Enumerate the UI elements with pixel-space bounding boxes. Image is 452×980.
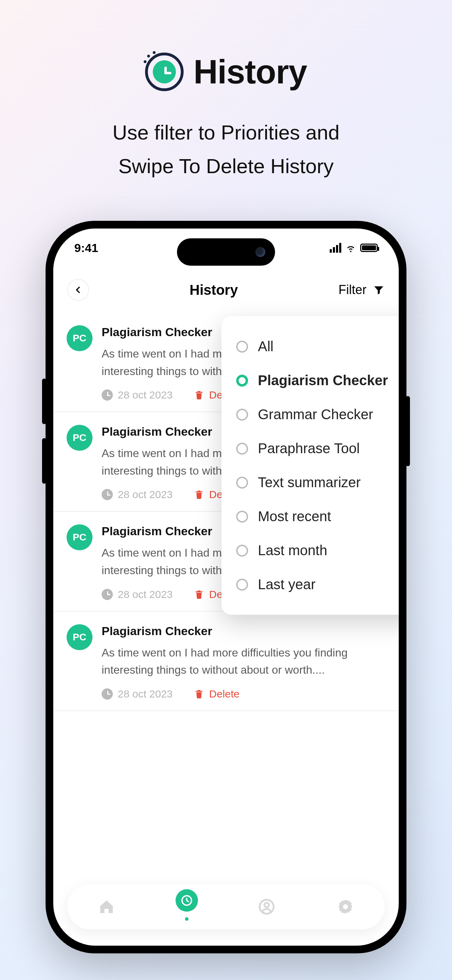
filter-icon xyxy=(373,284,385,296)
row-text: As time went on I had more difficulties … xyxy=(102,644,385,679)
row-avatar: PC xyxy=(67,524,92,550)
trash-icon xyxy=(194,489,204,500)
bottom-nav xyxy=(67,884,385,929)
filter-option[interactable]: All xyxy=(236,329,399,363)
page-title: History xyxy=(189,282,238,298)
svg-point-2 xyxy=(264,903,269,907)
radio-icon xyxy=(236,511,248,523)
radio-icon xyxy=(236,341,248,353)
screen: 9:41 History Filter PCPlagia xyxy=(53,229,399,946)
battery-icon xyxy=(360,243,378,252)
clock-icon xyxy=(102,688,113,700)
app-bar: History Filter xyxy=(53,274,399,305)
row-date: 28 oct 2023 xyxy=(102,589,173,600)
filter-option[interactable]: Text summarizer xyxy=(236,466,399,500)
history-row[interactable]: PCPlagiarism CheckerAs time went on I ha… xyxy=(53,612,399,711)
delete-button[interactable]: Delete xyxy=(194,688,240,700)
wifi-icon xyxy=(345,243,356,253)
filter-option-label: Grammar Checker xyxy=(258,407,373,422)
filter-option[interactable]: Paraphrase Tool xyxy=(236,431,399,466)
trash-icon xyxy=(194,589,204,600)
row-avatar: PC xyxy=(67,425,92,451)
filter-option-label: Plagiarism Checker xyxy=(258,372,388,388)
filter-option-label: All xyxy=(258,339,273,354)
row-title: Plagiarism Checker xyxy=(102,624,385,638)
row-date: 28 oct 2023 xyxy=(102,488,173,501)
row-avatar: PC xyxy=(67,325,92,351)
filter-dropdown[interactable]: AllPlagiarism CheckerGrammar CheckerPara… xyxy=(221,316,399,615)
clock-icon xyxy=(102,489,113,500)
dynamic-island xyxy=(177,238,275,266)
radio-icon xyxy=(236,579,248,590)
nav-profile[interactable] xyxy=(257,897,277,916)
radio-icon xyxy=(236,477,248,488)
filter-option-label: Paraphrase Tool xyxy=(258,441,360,457)
svg-point-3 xyxy=(343,904,348,909)
back-button[interactable] xyxy=(67,279,89,301)
row-date: 28 oct 2023 xyxy=(102,389,173,401)
radio-icon xyxy=(236,545,248,557)
radio-icon xyxy=(236,409,248,421)
filter-option[interactable]: Grammar Checker xyxy=(236,398,399,431)
filter-option[interactable]: Plagiarism Checker xyxy=(236,363,399,398)
radio-icon xyxy=(236,375,248,387)
marketing-title: History xyxy=(193,52,307,91)
row-date: 28 oct 2023 xyxy=(102,688,173,700)
filter-label: Filter xyxy=(339,283,366,297)
marketing-subtitle: Use filter to Priorities and Swipe To De… xyxy=(0,116,452,183)
nav-home[interactable] xyxy=(97,897,116,916)
filter-option-label: Text summarizer xyxy=(258,474,361,490)
nav-settings[interactable] xyxy=(336,897,355,916)
filter-option[interactable]: Last month xyxy=(236,533,399,568)
trash-icon xyxy=(194,390,204,400)
status-time: 9:41 xyxy=(74,241,98,255)
trash-icon xyxy=(194,689,204,699)
nav-history[interactable] xyxy=(175,889,198,912)
filter-option-label: Most recent xyxy=(258,509,331,524)
radio-icon xyxy=(236,443,248,455)
filter-option-label: Last month xyxy=(258,542,327,558)
cellular-icon xyxy=(330,243,341,253)
clock-icon xyxy=(102,589,113,600)
clock-icon xyxy=(102,390,113,401)
history-icon xyxy=(145,52,184,91)
phone-frame: 9:41 History Filter PCPlagia xyxy=(46,221,406,953)
marketing-header: History Use filter to Priorities and Swi… xyxy=(0,52,452,183)
row-avatar: PC xyxy=(67,624,92,650)
filter-option[interactable]: Last year xyxy=(236,568,399,601)
filter-option[interactable]: Most recent xyxy=(236,500,399,533)
filter-option-label: Last year xyxy=(258,577,316,592)
filter-button[interactable]: Filter xyxy=(339,283,385,297)
